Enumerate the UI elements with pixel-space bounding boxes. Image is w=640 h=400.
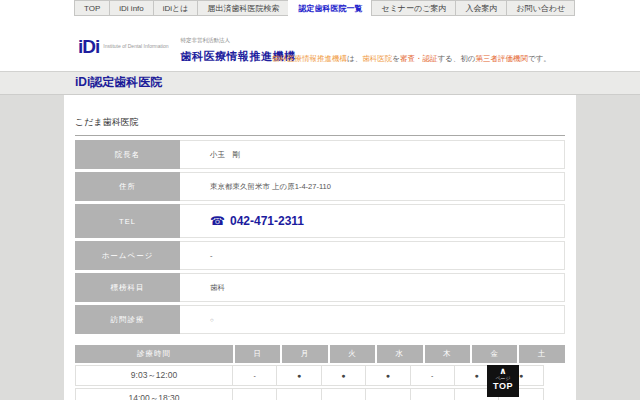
- schedule-cell: [410, 388, 455, 400]
- nav-tab-idi-info[interactable]: iDi info: [109, 0, 153, 16]
- nav-tab-top[interactable]: TOP: [74, 0, 110, 16]
- nav-tab-certified-clinic-list[interactable]: 認定歯科医院一覧: [288, 0, 372, 16]
- table-row: 訪問診療 ○: [75, 305, 565, 334]
- tagline-part: する、初の: [437, 54, 475, 63]
- schedule-cell: [232, 388, 277, 400]
- row-label-address: 住所: [75, 172, 180, 201]
- site-header: iDi Institute of Dental Information 特定非営…: [0, 17, 640, 71]
- row-label-director: 院長名: [75, 140, 180, 169]
- table-row: 標榜科目 歯科: [75, 273, 565, 302]
- schedule-header-sat: 土: [519, 345, 564, 363]
- page-top-label: TOP: [487, 381, 519, 391]
- schedule-header-tue: 火: [330, 345, 375, 363]
- schedule-time: 14:00～18:30: [75, 388, 233, 400]
- org-type-label: 特定非営利活動法人: [181, 37, 231, 43]
- schedule-header-sun: 日: [235, 345, 280, 363]
- nav-tab-membership[interactable]: 入会案内: [455, 0, 507, 16]
- schedule-header-thu: 木: [425, 345, 470, 363]
- tagline-part: 第三者評価機関: [475, 54, 528, 63]
- row-label-departments: 標榜科目: [75, 273, 180, 302]
- table-row: TEL ☎ 042-471-2311: [75, 204, 565, 238]
- nav-tab-list: TOP iDi info iDiとは 届出済歯科医院検索 認定歯科医院一覧 セミ…: [75, 0, 575, 16]
- page: TOP iDi info iDiとは 届出済歯科医院検索 認定歯科医院一覧 セミ…: [0, 0, 640, 400]
- tagline-part: 歯科医療情報推進機構: [272, 54, 347, 63]
- schedule-header-wed: 水: [377, 345, 422, 363]
- table-row: ホームページ -: [75, 241, 565, 270]
- schedule-cell: ●: [365, 365, 410, 386]
- schedule-header-mon: 月: [282, 345, 327, 363]
- tagline-part: 歯科医院: [362, 54, 392, 63]
- top-nav: TOP iDi info iDiとは 届出済歯科医院検索 認定歯科医院一覧 セミ…: [0, 0, 640, 17]
- row-value-homepage: -: [180, 241, 565, 270]
- row-label-tel: TEL: [75, 204, 180, 238]
- row-value-address: 東京都東久留米市 上の原1-4-27-110: [180, 172, 565, 201]
- idi-logo: iDi: [78, 37, 99, 56]
- logo-caption: Institute of Dental Information: [103, 43, 168, 49]
- row-value-visiting-care: ○: [180, 305, 565, 334]
- chevron-up-icon: ∧: [487, 367, 519, 375]
- page-title-bar: iDi認定歯科医院: [0, 71, 640, 95]
- schedule-cell: ●: [321, 365, 366, 386]
- schedule-cell: -: [410, 365, 455, 386]
- tagline-part: 審査・認証: [400, 54, 438, 63]
- schedule-cell: -: [232, 365, 277, 386]
- schedule-cell: ●: [276, 365, 321, 386]
- row-label-visiting-care: 訪問診療: [75, 305, 180, 334]
- row-value-departments: 歯科: [180, 273, 565, 302]
- nav-tab-contact[interactable]: お問い合わせ: [506, 0, 575, 16]
- row-label-homepage: ホームページ: [75, 241, 180, 270]
- tel-number[interactable]: 042-471-2311: [230, 214, 304, 228]
- logo-link[interactable]: iDi Institute of Dental Information 特定非営…: [78, 28, 296, 64]
- tagline-part: です。: [528, 54, 551, 63]
- clinic-info-table: 院長名 小玉 剛 住所 東京都東久留米市 上の原1-4-27-110 TEL ☎…: [75, 140, 565, 337]
- schedule-header-hours: 診療時間: [75, 345, 233, 363]
- schedule-cell: [276, 388, 321, 400]
- site-tagline: 歯科医療情報推進機構は、歯科医院を審査・認証する、初の第三者評価機関です。: [272, 54, 551, 64]
- schedule-cell: [321, 388, 366, 400]
- schedule-cell: [365, 388, 410, 400]
- row-value-director: 小玉 剛: [180, 140, 565, 169]
- tagline-part: は、: [347, 54, 362, 63]
- page-title: iDi認定歯科医院: [0, 72, 640, 93]
- nav-tab-seminar[interactable]: セミナーのご案内: [371, 0, 456, 16]
- tagline-part: を: [392, 54, 400, 63]
- nav-tab-clinic-search[interactable]: 届出済歯科医院検索: [197, 0, 289, 16]
- page-top-button[interactable]: ∧ ページ TOP: [487, 365, 519, 397]
- schedule-header-row: 診療時間 日 月 火 水 木 金 土: [75, 345, 565, 363]
- table-row: 院長名 小玉 剛: [75, 140, 565, 169]
- phone-icon: ☎: [210, 214, 225, 228]
- table-row: 住所 東京都東久留米市 上の原1-4-27-110: [75, 172, 565, 201]
- schedule-header-fri: 金: [472, 345, 517, 363]
- schedule-time: 9:03～12:00: [75, 365, 233, 386]
- clinic-name-heading: こだま歯科医院: [75, 116, 565, 136]
- row-value-tel[interactable]: ☎ 042-471-2311: [180, 204, 565, 238]
- nav-tab-about-idi[interactable]: iDiとは: [153, 0, 199, 16]
